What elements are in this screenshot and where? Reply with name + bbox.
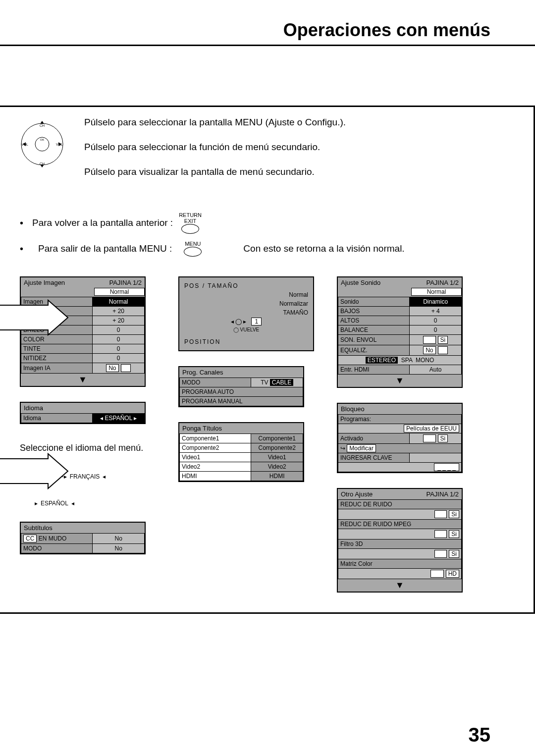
content-frame: CH CH VOL VOL OK Púlselo para selecciona… — [0, 106, 535, 614]
page-number: 35 — [469, 724, 491, 746]
page-title: Operaciones con menús — [0, 20, 535, 45]
menu-subtitulos: Subtítulos CC EN MUDONo MODONo — [20, 522, 146, 554]
menu-ponga-titulos: Ponga Títulos Componente1Componente1 Com… — [178, 422, 304, 482]
menu-prog-canales: Prog. Canales MODOTV CABLE PROGRAMA AUTO… — [178, 366, 304, 407]
menu-idioma: Idioma Idioma◂ ESPAÑOL ▸ — [20, 402, 146, 424]
menu-pos-tamano: POS / TAMAÑO Normal Normalizar TAMAÑO ◂ … — [178, 276, 314, 351]
note-exit: Para salir de la pantalla MENU : — [38, 243, 172, 254]
return-exit-button-icon: RETURN EXIT — [179, 212, 202, 234]
idioma-caption: Seleccione el idioma del menú. — [20, 443, 159, 453]
chevron-down-icon: ▼ — [338, 375, 462, 387]
svg-marker-8 — [40, 164, 44, 167]
menu-otro-ajuste: Otro AjustePAJINA 1/2 REDUC DE RUIDO NoS… — [337, 488, 463, 593]
dpad-desc-3: Púlselo para visualizar la pantalla de m… — [84, 166, 346, 177]
menu-button-icon: MENU — [184, 241, 202, 257]
chevron-down-icon: ▼ — [338, 579, 462, 592]
dpad-icon: CH CH VOL VOL OK — [20, 117, 64, 171]
svg-text:OK: OK — [40, 138, 45, 141]
menu-bloqueo: Bloqueo Programas: Películas de EEUU Act… — [337, 403, 463, 473]
dpad-desc-1: Púlselo para seleccionar la pantalla MEN… — [84, 117, 346, 128]
menu-ajuste-sonido: Ajuste SonidoPAJINA 1/2 Normal SonidoDin… — [337, 276, 463, 388]
title-rule — [0, 45, 535, 46]
svg-marker-7 — [40, 121, 44, 124]
dpad-desc-2: Púlselo para seleccionar la función de m… — [84, 142, 346, 153]
svg-text:CH: CH — [40, 124, 45, 127]
note-exit-after: Con esto se retorna a la visión normal. — [243, 243, 404, 254]
chevron-down-icon: ▼ — [21, 374, 145, 386]
note-back: Para volver a la pantalla anterior : — [32, 217, 173, 228]
